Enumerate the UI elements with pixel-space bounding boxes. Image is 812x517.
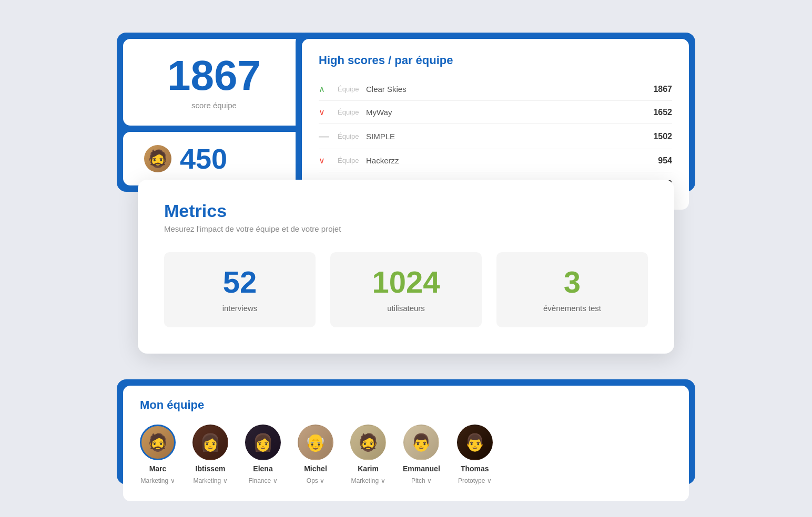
member-role-emmanuel: Pitch ∨ [411, 477, 432, 484]
blue-team-card: Mon équipe 🧔 Marc Marketing ∨ 👩 Ibtissem… [117, 379, 695, 484]
member-name-ibtissem: Ibtissem [196, 464, 226, 473]
equipe-label: Équipe [338, 132, 362, 140]
avatar-emmanuel: 👨 [403, 425, 439, 460]
member-name-michel: Michel [304, 464, 327, 473]
highscores-title: High scores / par équipe [319, 54, 672, 67]
team-score: 1652 [653, 108, 672, 117]
team-member-thomas[interactable]: 👨 Thomas Prototype ∨ [457, 425, 493, 484]
partial-card: 🧔 450 [123, 132, 305, 185]
member-name-elena: Elena [253, 464, 272, 473]
metrics-card: Metrics Mesurez l'impact de votre équipe… [138, 180, 674, 354]
team-name: Hackerzz [366, 156, 658, 165]
avatar-marc: 🧔 [140, 425, 176, 460]
member-name-thomas: Thomas [461, 464, 489, 473]
member-role-karim: Marketing ∨ [351, 477, 385, 484]
page-wrapper: 1867 score équipe 🧔 450 High scores / pa… [117, 33, 695, 484]
team-score: 1867 [653, 85, 672, 94]
metrics-title: Metrics [164, 201, 648, 221]
metric-interviews-label: interviews [185, 304, 295, 313]
metric-interviews: 52 interviews [164, 252, 316, 327]
avatar-michel: 👴 [298, 425, 333, 460]
team-member-michel[interactable]: 👴 Michel Ops ∨ [298, 425, 333, 484]
member-role-marc: Marketing ∨ [140, 477, 175, 484]
team-member-emmanuel[interactable]: 👨 Emmanuel Pitch ∨ [403, 425, 440, 484]
team-member-marc[interactable]: 🧔 Marc Marketing ∨ [140, 425, 176, 484]
team-members: 🧔 Marc Marketing ∨ 👩 Ibtissem Marketing … [140, 425, 672, 484]
metric-events-value: 3 [517, 267, 627, 297]
team-card: Mon équipe 🧔 Marc Marketing ∨ 👩 Ibtissem… [123, 386, 689, 501]
trend-up-icon: ∧ [319, 84, 330, 94]
partial-score: 450 [180, 142, 227, 175]
team-name: SIMPLE [366, 132, 653, 141]
team-member-karim[interactable]: 🧔 Karim Marketing ∨ [350, 425, 386, 484]
trend-down-icon: ∨ [319, 156, 330, 166]
team-title: Mon équipe [140, 398, 672, 412]
avatar-elena: 👩 [245, 425, 281, 460]
metric-users-label: utilisateurs [351, 304, 461, 313]
metric-events-label: évènements test [517, 304, 627, 313]
avatar-karim: 🧔 [350, 425, 386, 460]
member-role-michel: Ops ∨ [307, 477, 324, 484]
equipe-label: Équipe [338, 108, 362, 116]
blue-highscores-card: High scores / par équipe ∧ Équipe Clear … [296, 33, 695, 192]
member-role-thomas: Prototype ∨ [458, 477, 492, 484]
team-score: 954 [658, 156, 672, 166]
score-number: 1867 [144, 55, 284, 97]
member-name-emmanuel: Emmanuel [403, 464, 440, 473]
team-member-elena[interactable]: 👩 Elena Finance ∨ [245, 425, 281, 484]
member-name-karim: Karim [358, 464, 379, 473]
highscore-row: ∨ Équipe Hackerzz 954 [319, 149, 672, 172]
blue-score-card: 1867 score équipe 🧔 450 [117, 33, 311, 192]
member-role-elena: Finance ∨ [248, 477, 277, 484]
avatar-ibtissem: 👩 [192, 425, 228, 460]
score-label: score équipe [144, 101, 284, 110]
trend-neutral-icon: — [319, 130, 330, 142]
member-name-marc: Marc [149, 464, 167, 473]
team-name: Clear Skies [366, 85, 653, 94]
team-member-ibtissem[interactable]: 👩 Ibtissem Marketing ∨ [192, 425, 228, 484]
equipe-label: Équipe [338, 85, 362, 93]
metric-events: 3 évènements test [496, 252, 648, 327]
metric-interviews-value: 52 [185, 267, 295, 297]
metric-users-value: 1024 [351, 267, 461, 297]
highscore-row: ∨ Équipe MyWay 1652 [319, 101, 672, 124]
member-role-ibtissem: Marketing ∨ [193, 477, 227, 484]
trend-down-icon: ∨ [319, 107, 330, 117]
equipe-label: Équipe [338, 157, 362, 164]
avatar-thomas: 👨 [457, 425, 493, 460]
metrics-subtitle: Mesurez l'impact de votre équipe et de v… [164, 224, 648, 233]
metric-users: 1024 utilisateurs [330, 252, 482, 327]
highscore-row: ∧ Équipe Clear Skies 1867 [319, 78, 672, 101]
team-name: MyWay [366, 108, 653, 117]
score-card: 1867 score équipe [123, 39, 305, 126]
metrics-numbers: 52 interviews 1024 utilisateurs 3 évènem… [164, 252, 648, 327]
highscore-row: — Équipe SIMPLE 1502 [319, 124, 672, 149]
team-score: 1502 [653, 132, 672, 141]
partial-avatar: 🧔 [144, 145, 171, 172]
